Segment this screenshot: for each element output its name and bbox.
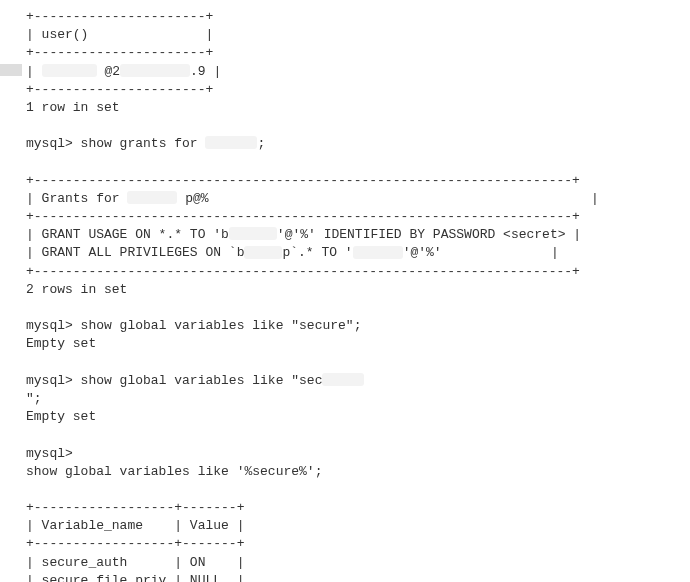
tbl2-hdr-suf: | [209,191,599,206]
cmd3-cont: "; [26,391,42,406]
tbl2-row2-mid: p`.* TO ' [282,245,352,260]
tbl2-border-2: +---------------------------------------… [26,209,580,224]
empty-2: Empty set [26,409,96,424]
tbl2-row1-mid: '@'%' IDENTIFIED BY PASSWORD <secret> | [277,227,581,242]
tbl1-row-pre: | [26,64,42,79]
redacted-priv-db [244,246,282,259]
terminal-output: +----------------------+ | user() | +---… [26,8,690,582]
tbl2-row2-pre: | GRANT ALL PRIVILEGES ON `b [26,245,244,260]
side-gray-marker [0,64,22,76]
cmd3: show global variables like "sec [73,373,323,388]
cmd2: show global variables like "secure"; [73,318,362,333]
tbl2-row1-pre: | GRANT USAGE ON *.* TO 'b [26,227,229,242]
empty-1: Empty set [26,336,96,351]
cmd1: show grants for [73,136,206,151]
prompt-3: mysql> [26,373,73,388]
tbl1-rowcount: 1 row in set [26,100,120,115]
redacted-priv-user [353,246,403,259]
redacted-grantee [205,136,257,149]
tbl2-border-3: +---------------------------------------… [26,264,580,279]
tbl2-border-1: +---------------------------------------… [26,173,580,188]
cmd1-suf: ; [257,136,265,151]
cmd4: show global variables like '%secure%'; [26,464,322,479]
redacted-usage-user [229,227,277,240]
tbl3-header: | Variable_name | Value | [26,518,244,533]
prompt-4: mysql> [26,446,73,461]
tbl3-row1: | secure_auth | ON | [26,555,244,570]
tbl3-border-mid: +------------------+-------+ [26,536,244,551]
redacted-host [120,64,190,77]
tbl1-border-mid: +----------------------+ [26,45,213,60]
tbl1-row-mid: @2 [97,64,120,79]
redacted-user [42,64,97,77]
redacted-grants-user [127,191,177,204]
tbl1-row-suf: .9 | [190,64,221,79]
redacted-truncated [322,373,364,386]
tbl1-border-top: +----------------------+ [26,9,213,24]
tbl2-rowcount: 2 rows in set [26,282,127,297]
tbl3-border-top: +------------------+-------+ [26,500,244,515]
tbl2-row2-suf: '@'%' | [403,245,559,260]
tbl1-header: | user() | [26,27,213,42]
tbl1-border-bot: +----------------------+ [26,82,213,97]
tbl2-hdr-mid: p@% [177,191,208,206]
tbl2-hdr-pre: | Grants for [26,191,127,206]
tbl3-row2: | secure_file_priv | NULL | [26,573,244,582]
prompt-2: mysql> [26,318,73,333]
prompt-1: mysql> [26,136,73,151]
